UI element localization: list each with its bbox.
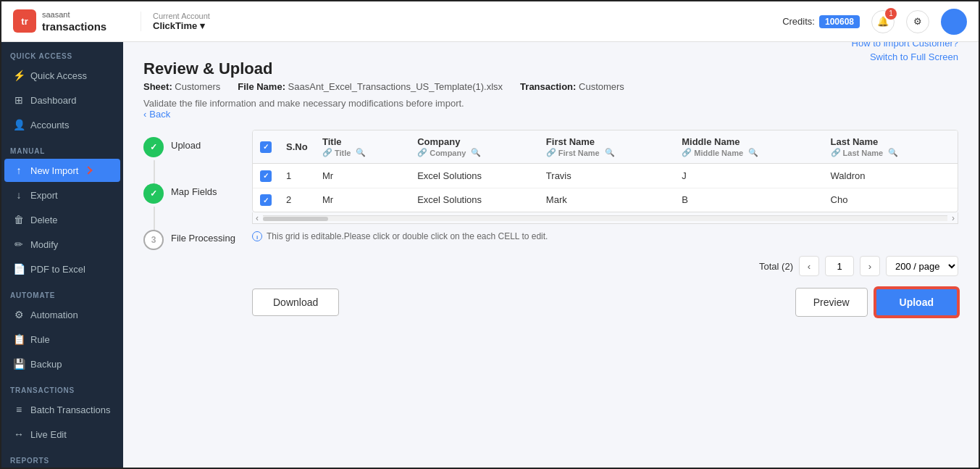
full-screen-link[interactable]: Switch to Full Screen bbox=[870, 51, 958, 62]
link-icon-lastname: 🔗 bbox=[831, 148, 841, 157]
row1-firstname[interactable]: Travis bbox=[539, 164, 674, 188]
dashboard-icon: ⊞ bbox=[13, 94, 25, 106]
main-layout: Quick Access ⚡ Quick Access ⊞ Dashboard … bbox=[1, 42, 979, 468]
row2-firstname[interactable]: Mark bbox=[539, 188, 674, 212]
row1-title[interactable]: Mr bbox=[315, 164, 410, 188]
account-area: Current Account ClickTime ▾ bbox=[141, 12, 210, 31]
col-firstname-label: First Name bbox=[546, 136, 667, 147]
pagination-per-page-select[interactable]: 200 / page bbox=[886, 256, 958, 276]
row2-title[interactable]: Mr bbox=[315, 188, 410, 212]
delete-icon: 🗑 bbox=[13, 214, 25, 225]
sidebar-item-accounts[interactable]: 👤 Accounts bbox=[4, 113, 120, 136]
step-map-fields-circle: ✓ bbox=[143, 183, 164, 204]
pagination-prev-button[interactable]: ‹ bbox=[799, 256, 819, 276]
total-label: Total (2) bbox=[759, 261, 793, 272]
sidebar-item-modify[interactable]: ✏ Modify bbox=[4, 233, 120, 256]
pdf-icon: 📄 bbox=[13, 263, 25, 275]
sidebar-item-dashboard[interactable]: ⊞ Dashboard bbox=[4, 88, 120, 112]
row1-company[interactable]: Excel Solutions bbox=[410, 164, 539, 188]
col-header-company: Company 🔗 Company 🔍 bbox=[410, 130, 539, 164]
chevron-left-icon: ‹ bbox=[143, 109, 146, 120]
app-name-label: transactions bbox=[42, 20, 106, 34]
upload-button[interactable]: Upload bbox=[875, 288, 958, 317]
row2-lastname[interactable]: Cho bbox=[824, 188, 958, 212]
action-row: Download Preview Upload bbox=[252, 288, 958, 317]
row2-middlename[interactable]: B bbox=[674, 188, 823, 212]
col-sno-label: S.No bbox=[286, 141, 308, 152]
col-middlename-label: Middle Name bbox=[682, 136, 816, 147]
step-upload: ✓ Upload bbox=[143, 137, 238, 157]
edit-hint: i This grid is editable.Please click or … bbox=[252, 224, 958, 249]
sidebar-item-live-edit[interactable]: ↔ Live Edit bbox=[4, 423, 120, 446]
scroll-left-arrow[interactable]: ‹ bbox=[253, 213, 261, 223]
notification-button[interactable]: 🔔 1 bbox=[871, 10, 895, 33]
page-subtitle: Validate the file information and make n… bbox=[143, 98, 624, 109]
filter-icon-company[interactable]: 🔍 bbox=[471, 148, 481, 157]
sidebar-label-modify: Modify bbox=[30, 239, 58, 250]
scroll-right-arrow[interactable]: › bbox=[949, 213, 958, 223]
credits-label: Credits: bbox=[782, 16, 815, 27]
row1-middlename[interactable]: J bbox=[674, 164, 823, 188]
avatar[interactable] bbox=[941, 9, 967, 35]
pagination-page-input[interactable] bbox=[825, 256, 854, 276]
row1-checkbox[interactable] bbox=[260, 170, 272, 182]
col-title-sub: 🔗 Title 🔍 bbox=[322, 148, 403, 157]
credits-area: Credits: 100608 bbox=[782, 15, 860, 28]
sidebar-section-automate: AUTOMATE bbox=[1, 281, 123, 302]
sidebar-item-quick-access[interactable]: ⚡ Quick Access bbox=[4, 64, 120, 87]
download-button[interactable]: Download bbox=[252, 289, 339, 316]
filter-icon-lastname[interactable]: 🔍 bbox=[888, 148, 898, 157]
col-middlename-sub: 🔗 Middle Name 🔍 bbox=[682, 148, 816, 157]
sidebar-item-backup[interactable]: 💾 Backup bbox=[4, 352, 120, 375]
col-company-sub: 🔗 Company 🔍 bbox=[417, 148, 532, 157]
sheet-value: Customers bbox=[175, 81, 220, 92]
row2-checkbox[interactable] bbox=[260, 194, 272, 206]
pagination-area: Total (2) ‹ › 200 / page bbox=[252, 256, 958, 276]
filter-icon-middlename[interactable]: 🔍 bbox=[748, 148, 758, 157]
how-to-import-link[interactable]: How to import Customer? bbox=[852, 42, 958, 49]
preview-button[interactable]: Preview bbox=[795, 288, 868, 317]
row2-company[interactable]: Excel Solutions bbox=[410, 188, 539, 212]
sidebar-item-automation[interactable]: ⚙ Automation bbox=[4, 303, 120, 326]
sidebar-item-pdf-to-excel[interactable]: 📄 PDF to Excel bbox=[4, 257, 120, 281]
col-lastname-sub: 🔗 Last Name 🔍 bbox=[831, 148, 950, 157]
page-header: Review & Upload Sheet: Customers File Na… bbox=[143, 59, 958, 120]
sidebar-label-backup: Backup bbox=[30, 359, 62, 370]
account-name[interactable]: ClickTime ▾ bbox=[153, 20, 210, 31]
export-icon: ↓ bbox=[13, 189, 25, 201]
sidebar-item-new-import[interactable]: ↑ New Import bbox=[4, 159, 120, 182]
row2-sno[interactable]: 2 bbox=[279, 188, 315, 212]
info-icon: i bbox=[252, 231, 262, 241]
sidebar-item-batch-transactions[interactable]: ≡ Batch Transactions bbox=[4, 398, 120, 421]
step-file-processing-label: File Processing bbox=[171, 230, 235, 244]
app-header: tr saasant transactions Current Account … bbox=[1, 1, 979, 42]
automation-icon: ⚙ bbox=[13, 309, 25, 320]
pagination-next-button[interactable]: › bbox=[860, 256, 880, 276]
sidebar: Quick Access ⚡ Quick Access ⊞ Dashboard … bbox=[1, 42, 123, 468]
row1-lastname[interactable]: Waldron bbox=[824, 164, 958, 188]
filter-icon-firstname[interactable]: 🔍 bbox=[605, 148, 615, 157]
logo-area: tr saasant transactions bbox=[13, 9, 129, 34]
filename-info: File Name: SaasAnt_Excel_Transactions_US… bbox=[238, 81, 503, 92]
chevron-down-icon: ▾ bbox=[200, 20, 205, 31]
filter-icon-title[interactable]: 🔍 bbox=[356, 148, 366, 157]
back-button[interactable]: ‹ Back bbox=[143, 109, 958, 120]
col-header-firstname: First Name 🔗 First Name 🔍 bbox=[539, 130, 674, 164]
data-table: S.No Title 🔗 Title 🔍 bbox=[253, 130, 958, 212]
sidebar-item-delete[interactable]: 🗑 Delete bbox=[4, 208, 120, 231]
sidebar-item-rule[interactable]: 📋 Rule bbox=[4, 328, 120, 351]
col-title-label: Title bbox=[322, 136, 403, 147]
sidebar-label-export: Export bbox=[30, 190, 58, 201]
step-upload-label: Upload bbox=[171, 137, 201, 151]
credits-value: 100608 bbox=[819, 15, 860, 28]
select-all-checkbox[interactable] bbox=[260, 141, 272, 153]
sidebar-item-export[interactable]: ↓ Export bbox=[4, 183, 120, 207]
step-file-processing-circle: 3 bbox=[143, 230, 164, 250]
row1-sno[interactable]: 1 bbox=[279, 164, 315, 188]
rule-icon: 📋 bbox=[13, 333, 25, 345]
sidebar-section-manual: MANUAL bbox=[1, 137, 123, 158]
button-group-right: Preview Upload bbox=[795, 288, 958, 317]
h-scrollbar-area: ‹ › bbox=[252, 212, 958, 224]
sidebar-label-accounts: Accounts bbox=[30, 120, 69, 130]
settings-button[interactable]: ⚙ bbox=[906, 10, 929, 33]
